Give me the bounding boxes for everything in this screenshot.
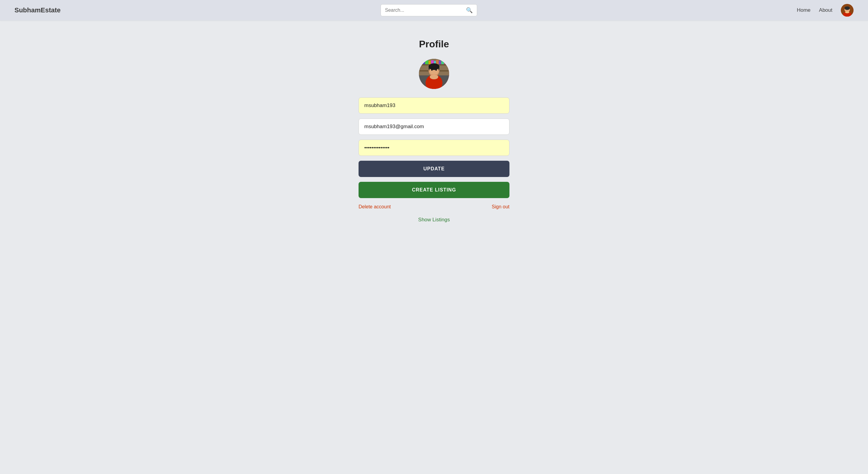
svg-point-5 (845, 11, 849, 13)
svg-rect-19 (444, 61, 447, 64)
profile-form: UPDATE CREATE LISTING Delete account Sig… (359, 97, 509, 223)
brand-name-bold: Estate (41, 6, 61, 14)
password-input[interactable] (359, 140, 509, 156)
delete-account-link[interactable]: Delete account (359, 204, 391, 209)
update-button[interactable]: UPDATE (359, 161, 509, 177)
svg-rect-17 (439, 61, 441, 64)
svg-point-27 (429, 63, 439, 70)
sign-out-link[interactable]: Sign out (492, 204, 509, 209)
email-input[interactable] (359, 118, 509, 135)
page-title: Profile (419, 39, 449, 50)
brand-name-regular: Subham (14, 6, 41, 14)
nav-about-link[interactable]: About (819, 7, 832, 13)
search-bar: 🔍 (380, 4, 477, 16)
nav-links: Home About (797, 4, 854, 16)
profile-avatar-image (419, 59, 449, 89)
create-listing-button[interactable]: CREATE LISTING (359, 182, 509, 198)
account-actions: Delete account Sign out (359, 203, 509, 211)
navbar: SubhamEstate 🔍 Home About (0, 0, 868, 21)
main-content: Profile (0, 21, 868, 223)
username-input[interactable] (359, 97, 509, 114)
svg-point-26 (430, 74, 438, 79)
svg-rect-11 (423, 61, 425, 64)
avatar-image (841, 4, 854, 16)
svg-rect-10 (421, 60, 423, 64)
brand-logo[interactable]: SubhamEstate (14, 6, 61, 14)
svg-point-3 (844, 6, 850, 10)
svg-rect-12 (425, 60, 428, 64)
svg-rect-13 (429, 61, 431, 64)
search-icon[interactable]: 🔍 (466, 7, 473, 13)
svg-rect-18 (441, 60, 444, 64)
search-input[interactable] (385, 7, 466, 13)
nav-home-link[interactable]: Home (797, 7, 810, 13)
svg-rect-16 (436, 60, 438, 64)
profile-avatar[interactable] (419, 59, 449, 89)
show-listings-link[interactable]: Show Listings (359, 217, 509, 223)
avatar[interactable] (841, 4, 854, 16)
